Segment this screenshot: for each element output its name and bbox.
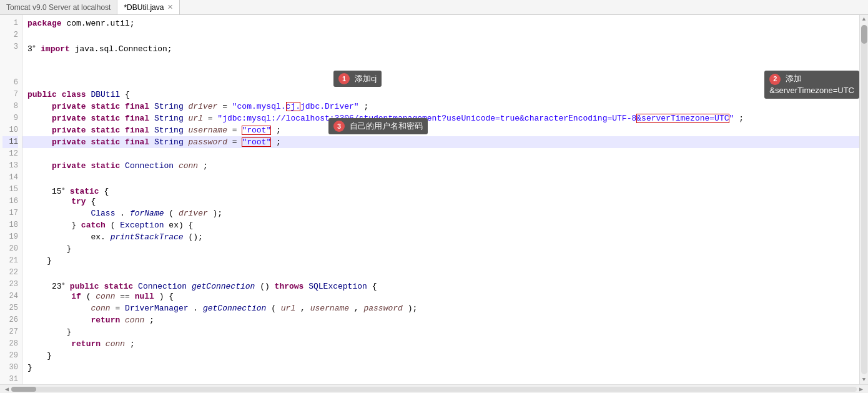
- tab-dbutil-label: *DBUtil.java: [124, 3, 164, 12]
- code-line-27: }: [22, 326, 859, 338]
- scroll-track[interactable]: [861, 25, 867, 374]
- code-line-20: }: [22, 243, 859, 255]
- scroll-thumb[interactable]: [861, 25, 867, 44]
- ln-6: 6: [2, 77, 18, 89]
- close-icon[interactable]: ✕: [167, 3, 173, 11]
- ln-31: 31: [2, 374, 18, 384]
- code-line-9: private static final String url = "jdbc:…: [22, 112, 859, 124]
- code-line-2: [22, 29, 859, 41]
- tab-tomcat[interactable]: Tomcat v9.0 Server at localhost: [0, 0, 117, 14]
- code-line-13: private static Connection conn ;: [22, 160, 859, 172]
- ln-10: 10: [2, 124, 18, 136]
- ln-26: 26: [2, 314, 18, 326]
- ln-30: 30: [2, 362, 18, 374]
- ln-29: 29: [2, 350, 18, 362]
- ln-18: 18: [2, 219, 18, 231]
- tab-dbutil[interactable]: *DBUtil.java ✕: [117, 0, 180, 14]
- tooltip-addcj-text: 添加cj: [355, 74, 377, 83]
- scroll-right-arrow[interactable]: ▶: [857, 386, 866, 393]
- code-line-6: [22, 77, 859, 89]
- code-area[interactable]: package com.wenr.util; 3● import java.sq…: [22, 15, 859, 384]
- ln-23: 23: [2, 279, 18, 291]
- code-line-31: [22, 374, 859, 384]
- code-line-14: [22, 172, 859, 184]
- ln-9: 9: [2, 112, 18, 124]
- code-line-23: 23● public static Connection getConnecti…: [22, 279, 859, 291]
- code-line-11: private static final String password = "…: [22, 136, 859, 148]
- ln-19: 19: [2, 231, 18, 243]
- h-scroll-thumb[interactable]: [11, 387, 36, 392]
- ln-21: 21: [2, 255, 18, 267]
- code-line-3: 3● import java.sql.Connection;: [22, 41, 859, 53]
- code-line-19: ex. printStackTrace ();: [22, 231, 859, 243]
- scroll-down-arrow[interactable]: ▼: [860, 376, 869, 384]
- code-line-28: return conn ;: [22, 338, 859, 350]
- code-line-22: [22, 267, 859, 279]
- ln-14: 14: [2, 172, 18, 184]
- code-line-16: try {: [22, 196, 859, 207]
- code-line-29: }: [22, 350, 859, 362]
- ln-17: 17: [2, 207, 18, 219]
- ln-7: 7: [2, 89, 18, 101]
- ln-27: 27: [2, 326, 18, 338]
- tab-bar: Tomcat v9.0 Server at localhost *DBUtil.…: [0, 0, 868, 15]
- code-line-15: 15● static {: [22, 184, 859, 196]
- ln-15: 15: [2, 184, 18, 196]
- code-line-10: private static final String username = "…: [22, 124, 859, 136]
- tooltip-credentials-text: 自己的用户名和密码: [350, 121, 423, 131]
- code-line-21: }: [22, 255, 859, 267]
- code-line-25: conn = DriverManager . getConnection ( u…: [22, 302, 859, 314]
- ln-11: 11: [2, 136, 18, 148]
- editor-container: 1 2 3 6 7 8 9 10 11 12 13 14 15 16 17 18…: [0, 15, 868, 393]
- ln-8: 8: [2, 101, 18, 112]
- ln-13: 13: [2, 160, 18, 172]
- ln-24: 24: [2, 291, 18, 302]
- ln-20: 20: [2, 243, 18, 255]
- ln-25: 25: [2, 302, 18, 314]
- vertical-scrollbar[interactable]: ▲ ▼: [859, 15, 868, 384]
- code-line-12: [22, 148, 859, 160]
- badge-1: 1: [338, 73, 350, 84]
- code-line-7: public class DBUtil {: [22, 89, 859, 101]
- code-line-30: }: [22, 362, 859, 374]
- tooltip-credentials: 3 自己的用户名和密码: [328, 118, 428, 134]
- ln-28: 28: [2, 338, 18, 350]
- badge-3: 3: [333, 121, 345, 132]
- ln-1: 1: [2, 17, 18, 29]
- ln-4: [2, 53, 18, 65]
- tooltip-servertimezone: 2 添加&serverTimezone=UTC: [764, 71, 859, 99]
- ln-22: 22: [2, 267, 18, 279]
- line-numbers: 1 2 3 6 7 8 9 10 11 12 13 14 15 16 17 18…: [0, 15, 22, 384]
- ln-16: 16: [2, 196, 18, 207]
- ln-12: 12: [2, 148, 18, 160]
- ln-5: [2, 65, 18, 77]
- code-line-1: package com.wenr.util;: [22, 17, 859, 29]
- ln-3: 3: [2, 41, 18, 53]
- ln-2: 2: [2, 29, 18, 41]
- horizontal-scrollbar[interactable]: ◀ ▶: [0, 384, 868, 393]
- tab-tomcat-label: Tomcat v9.0 Server at localhost: [6, 3, 111, 12]
- scroll-left-arrow[interactable]: ◀: [2, 386, 11, 393]
- editor-content: 1 2 3 6 7 8 9 10 11 12 13 14 15 16 17 18…: [0, 15, 868, 384]
- code-line-4: [22, 53, 859, 65]
- tooltip-addcj: 1 添加cj: [333, 71, 382, 87]
- code-line-17: Class . forName ( driver );: [22, 207, 859, 219]
- code-line-8: private static final String driver = "co…: [22, 101, 859, 112]
- code-line-26: return conn ;: [22, 314, 859, 326]
- scroll-up-arrow[interactable]: ▲: [860, 15, 869, 24]
- code-line-18: } catch ( Exception ex) {: [22, 219, 859, 231]
- h-scroll-track[interactable]: [11, 387, 857, 392]
- tooltip-servertimezone-text: 添加&serverTimezone=UTC: [769, 74, 854, 95]
- badge-2: 2: [769, 74, 781, 85]
- code-line-24: if ( conn == null ) {: [22, 291, 859, 302]
- code-line-5: [22, 65, 859, 77]
